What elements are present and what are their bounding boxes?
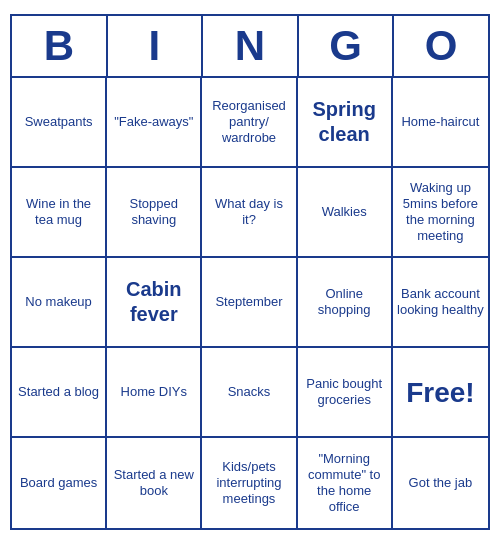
bingo-cell-22[interactable]: Kids/pets interrupting meetings: [202, 438, 297, 528]
bingo-cell-5[interactable]: Wine in the tea mug: [12, 168, 107, 258]
bingo-cell-11[interactable]: Cabin fever: [107, 258, 202, 348]
bingo-letter-i: I: [108, 16, 204, 76]
bingo-cell-18[interactable]: Panic bought groceries: [298, 348, 393, 438]
bingo-cell-19[interactable]: Free!: [393, 348, 488, 438]
bingo-cell-3[interactable]: Spring clean: [298, 78, 393, 168]
bingo-cell-7[interactable]: What day is it?: [202, 168, 297, 258]
bingo-letter-g: G: [299, 16, 395, 76]
bingo-cell-24[interactable]: Got the jab: [393, 438, 488, 528]
bingo-cell-0[interactable]: Sweatpants: [12, 78, 107, 168]
bingo-cell-16[interactable]: Home DIYs: [107, 348, 202, 438]
bingo-cell-6[interactable]: Stopped shaving: [107, 168, 202, 258]
bingo-cell-20[interactable]: Board games: [12, 438, 107, 528]
bingo-cell-15[interactable]: Started a blog: [12, 348, 107, 438]
bingo-cell-9[interactable]: Waking up 5mins before the morning meeti…: [393, 168, 488, 258]
bingo-letter-n: N: [203, 16, 299, 76]
bingo-letter-b: B: [12, 16, 108, 76]
bingo-header: BINGO: [12, 16, 488, 78]
bingo-cell-10[interactable]: No makeup: [12, 258, 107, 348]
bingo-letter-o: O: [394, 16, 488, 76]
bingo-cell-4[interactable]: Home-haircut: [393, 78, 488, 168]
bingo-cell-8[interactable]: Walkies: [298, 168, 393, 258]
bingo-cell-17[interactable]: Snacks: [202, 348, 297, 438]
bingo-cell-23[interactable]: "Morning commute" to the home office: [298, 438, 393, 528]
bingo-cell-2[interactable]: Reorganised pantry/ wardrobe: [202, 78, 297, 168]
bingo-cell-1[interactable]: "Fake-aways": [107, 78, 202, 168]
bingo-cell-21[interactable]: Started a new book: [107, 438, 202, 528]
bingo-cell-14[interactable]: Bank account looking healthy: [393, 258, 488, 348]
bingo-cell-13[interactable]: Online shopping: [298, 258, 393, 348]
bingo-grid: Sweatpants"Fake-aways"Reorganised pantry…: [12, 78, 488, 528]
bingo-cell-12[interactable]: Steptember: [202, 258, 297, 348]
bingo-card: BINGO Sweatpants"Fake-aways"Reorganised …: [10, 14, 490, 530]
